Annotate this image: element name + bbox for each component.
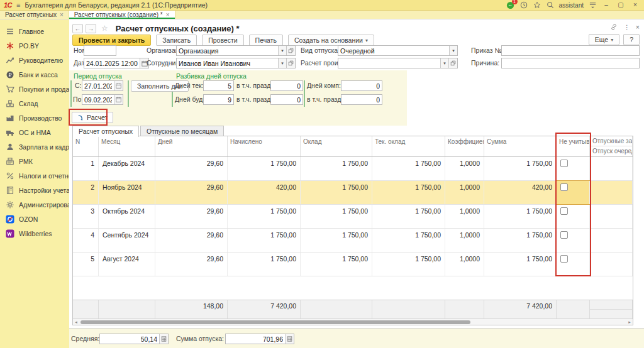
sidebar-item-accounting-settings[interactable]: Настройки учета bbox=[0, 183, 69, 197]
calendar-icon[interactable] bbox=[114, 95, 123, 104]
horizontal-scrollbar[interactable]: ◂ ▸ bbox=[73, 318, 633, 325]
sidebar-item-taxes[interactable]: Налоги и отчетность bbox=[0, 168, 69, 183]
sidebar-item-poby[interactable]: PO.BY bbox=[0, 38, 69, 53]
main-menu-icon[interactable]: ≡ bbox=[16, 1, 20, 9]
incl-holidays-input[interactable] bbox=[271, 81, 303, 90]
calculate-button[interactable]: Расчет bbox=[72, 112, 113, 123]
col-header-own-expense[interactable]: Отпускные за свой сч bbox=[590, 136, 632, 146]
days-current-input[interactable] bbox=[204, 81, 233, 90]
post-button[interactable]: Провести bbox=[202, 35, 243, 46]
skip-checkbox[interactable] bbox=[560, 231, 568, 239]
dropdown-icon[interactable]: ▾ bbox=[440, 58, 448, 68]
tab-close-icon[interactable]: × bbox=[60, 11, 64, 18]
days-future-input[interactable] bbox=[204, 95, 233, 104]
col-header-accrued[interactable]: Начислено bbox=[228, 136, 301, 156]
print-button[interactable]: Печать bbox=[249, 35, 283, 46]
open-icon[interactable] bbox=[286, 46, 295, 55]
calculated-by-input[interactable] bbox=[338, 58, 440, 68]
current-user[interactable]: assistant bbox=[559, 2, 584, 9]
scroll-right-icon[interactable]: ▸ bbox=[626, 319, 633, 325]
col-header-n[interactable]: N bbox=[73, 136, 99, 156]
close-form-icon[interactable]: × bbox=[636, 23, 640, 31]
close-window-button[interactable]: × bbox=[630, 1, 640, 9]
tab-close-icon[interactable]: × bbox=[166, 11, 170, 18]
search-button[interactable] bbox=[546, 1, 555, 9]
skip-checkbox[interactable] bbox=[560, 255, 568, 263]
col-header-cur-salary[interactable]: Тек. оклад bbox=[372, 136, 445, 156]
sidebar-item-os-nma[interactable]: ОС и НМА bbox=[0, 125, 69, 139]
history-button[interactable] bbox=[519, 1, 528, 9]
vacation-type-input[interactable] bbox=[338, 46, 449, 55]
more-actions-icon[interactable]: ⋮ bbox=[623, 23, 630, 31]
tab-vacation-calc[interactable]: Расчет отпускных bbox=[72, 126, 139, 137]
col-header-regular-vacation[interactable]: Отпуск очередной bbox=[590, 146, 632, 156]
col-header-days[interactable]: Дней bbox=[155, 136, 228, 156]
col-header-extra[interactable]: Отпускные за свой сч Отпуск очередной bbox=[590, 136, 633, 156]
skip-checkbox[interactable] bbox=[560, 183, 568, 191]
average-input[interactable] bbox=[100, 334, 159, 344]
table-row[interactable]: 3 Октябрь 2024 29,60 1 750,00 1 750,00 1… bbox=[73, 205, 633, 229]
order-number-input[interactable] bbox=[502, 46, 639, 55]
add-favorite-icon[interactable]: ☆ bbox=[101, 24, 108, 33]
period-to-input[interactable] bbox=[82, 95, 114, 104]
open-icon[interactable] bbox=[448, 58, 457, 68]
col-header-coef[interactable]: Коэффициент bbox=[445, 136, 484, 156]
table-row[interactable]: 1 Декабрь 2024 29,60 1 750,00 1 750,00 1… bbox=[73, 157, 633, 181]
window-tab-list[interactable]: Расчет отпускных × bbox=[0, 11, 69, 19]
reason-input[interactable] bbox=[502, 58, 639, 68]
table-row[interactable]: 4 Сентябрь 2024 29,60 1 750,00 1 750,00 … bbox=[73, 229, 633, 253]
window-tab-document[interactable]: Расчет отпускных (создание) * × bbox=[69, 11, 175, 19]
favorites-button[interactable] bbox=[533, 1, 541, 9]
col-header-salary[interactable]: Оклад bbox=[301, 136, 372, 156]
table-row[interactable]: 5 Август 2024 29,60 1 750,00 1 750,00 1 … bbox=[73, 253, 633, 276]
table-row-selected[interactable]: 2 Ноябрь 2024 29,60 420,00 1 750,00 1 75… bbox=[73, 181, 633, 205]
organization-input[interactable] bbox=[177, 46, 278, 55]
dropdown-icon[interactable]: ▾ bbox=[278, 46, 286, 55]
more-button[interactable]: Еще▾ bbox=[589, 34, 619, 45]
minimize-button[interactable]: – bbox=[601, 1, 611, 9]
days-comp-input[interactable] bbox=[341, 81, 382, 90]
sidebar-item-purchases[interactable]: Покупки и продажи bbox=[0, 82, 69, 96]
calculator-icon[interactable] bbox=[285, 334, 294, 344]
dropdown-icon[interactable]: ▾ bbox=[278, 58, 286, 68]
sidebar-item-bank[interactable]: Банк и касса bbox=[0, 67, 69, 82]
calendar-icon[interactable] bbox=[114, 81, 123, 90]
employee-input[interactable] bbox=[177, 58, 278, 68]
service-menu-button[interactable] bbox=[588, 1, 597, 9]
vacation-sum-input[interactable] bbox=[226, 334, 285, 344]
maximize-button[interactable]: ▢ bbox=[616, 1, 626, 9]
post-and-close-button[interactable]: Провести и закрыть bbox=[72, 35, 151, 46]
sidebar-item-wildberries[interactable]: Wildberries bbox=[0, 226, 69, 241]
sidebar-item-rmk[interactable]: РМК bbox=[0, 154, 69, 168]
help-button[interactable]: ? bbox=[623, 34, 640, 45]
col-header-sum[interactable]: Сумма bbox=[484, 136, 557, 156]
date-input[interactable] bbox=[84, 58, 140, 68]
number-input[interactable] bbox=[84, 46, 116, 55]
tab-vacation-by-month[interactable]: Отпускные по месяцам bbox=[140, 126, 224, 136]
open-icon[interactable] bbox=[286, 58, 295, 68]
col-header-month[interactable]: Месяц bbox=[99, 136, 155, 156]
scrollbar-thumb[interactable] bbox=[80, 320, 470, 324]
calculator-icon[interactable] bbox=[159, 334, 168, 344]
sidebar-item-administration[interactable]: Администрирование bbox=[0, 197, 69, 212]
sidebar-item-manager[interactable]: Руководителю bbox=[0, 53, 69, 67]
sidebar-item-ozon[interactable]: OZON bbox=[0, 212, 69, 226]
discussions-button[interactable]: 1 bbox=[506, 1, 515, 9]
sidebar-item-salary-hr[interactable]: Зарплата и кадры bbox=[0, 139, 69, 154]
get-link-icon[interactable] bbox=[610, 23, 618, 31]
skip-checkbox[interactable] bbox=[560, 160, 568, 167]
incl-holidays-input[interactable] bbox=[271, 95, 303, 104]
incl-holidays-input[interactable] bbox=[341, 95, 382, 104]
col-header-skip[interactable]: Не учитывать bbox=[557, 136, 590, 156]
sidebar-item-main[interactable]: Главное bbox=[0, 24, 69, 38]
skip-checkbox[interactable] bbox=[560, 207, 568, 215]
dropdown-icon[interactable]: ▾ bbox=[449, 46, 457, 55]
write-button[interactable]: Записать bbox=[156, 35, 197, 46]
sidebar-item-warehouse[interactable]: Склад bbox=[0, 96, 69, 111]
back-button[interactable]: ← bbox=[72, 24, 83, 33]
forward-button[interactable]: → bbox=[86, 24, 96, 33]
sidebar-item-production[interactable]: Производство bbox=[0, 111, 69, 125]
scroll-left-icon[interactable]: ◂ bbox=[73, 319, 79, 325]
create-based-on-button[interactable]: Создать на основании▾ bbox=[288, 35, 374, 46]
period-from-input[interactable] bbox=[82, 81, 114, 90]
